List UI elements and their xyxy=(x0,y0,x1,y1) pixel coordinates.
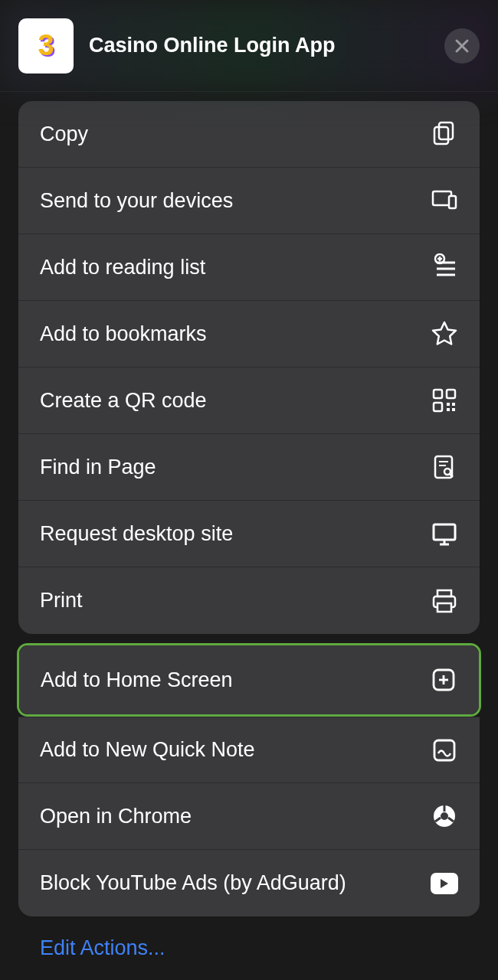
menu-label: Send to your devices xyxy=(40,189,233,213)
add-home-screen-action[interactable]: Add to Home Screen xyxy=(19,645,479,714)
create-qr-action[interactable]: Create a QR code xyxy=(18,368,480,434)
qr-icon xyxy=(431,387,458,414)
highlighted-action-frame: Add to Home Screen xyxy=(17,643,481,717)
menu-label: Create a QR code xyxy=(40,389,207,413)
action-group-1: Copy Send to your devices Add to reading… xyxy=(18,101,480,634)
action-group-2: Add to New Quick Note Open in Chrome Blo… xyxy=(18,717,480,916)
menu-label: Block YouTube Ads (by AdGuard) xyxy=(40,871,346,895)
devices-icon xyxy=(431,187,458,214)
print-action[interactable]: Print xyxy=(18,567,480,634)
app-icon xyxy=(18,18,74,74)
copy-action[interactable]: Copy xyxy=(18,101,480,168)
edit-actions-link[interactable]: Edit Actions... xyxy=(0,916,498,980)
menu-label: Add to reading list xyxy=(40,256,205,279)
menu-label: Request desktop site xyxy=(40,522,233,546)
plus-box-icon xyxy=(430,666,457,694)
send-to-devices-action[interactable]: Send to your devices xyxy=(18,168,480,234)
star-icon xyxy=(431,320,458,348)
add-bookmarks-action[interactable]: Add to bookmarks xyxy=(18,301,480,368)
menu-label: Add to New Quick Note xyxy=(40,738,255,762)
quick-note-icon xyxy=(431,737,458,764)
find-page-icon xyxy=(431,453,458,481)
copy-icon xyxy=(431,120,458,148)
page-title: Casino Online Login App xyxy=(89,34,444,57)
chrome-icon xyxy=(431,802,458,830)
print-icon xyxy=(431,587,458,615)
add-reading-list-action[interactable]: Add to reading list xyxy=(18,234,480,301)
menu-label: Copy xyxy=(40,122,88,146)
reading-list-icon xyxy=(431,253,458,281)
menu-label: Add to bookmarks xyxy=(40,322,207,346)
desktop-icon xyxy=(431,520,458,547)
block-youtube-ads-action[interactable]: Block YouTube Ads (by AdGuard) xyxy=(18,850,480,916)
close-icon xyxy=(454,38,470,54)
menu-label: Find in Page xyxy=(40,456,156,479)
youtube-icon xyxy=(431,870,458,897)
menu-label: Print xyxy=(40,589,83,612)
menu-label: Add to Home Screen xyxy=(41,668,233,692)
menu-label: Open in Chrome xyxy=(40,805,192,828)
add-quick-note-action[interactable]: Add to New Quick Note xyxy=(18,717,480,783)
request-desktop-action[interactable]: Request desktop site xyxy=(18,501,480,567)
find-in-page-action[interactable]: Find in Page xyxy=(18,434,480,501)
open-chrome-action[interactable]: Open in Chrome xyxy=(18,783,480,850)
share-sheet-header: Casino Online Login App xyxy=(0,0,498,92)
close-button[interactable] xyxy=(444,28,480,64)
